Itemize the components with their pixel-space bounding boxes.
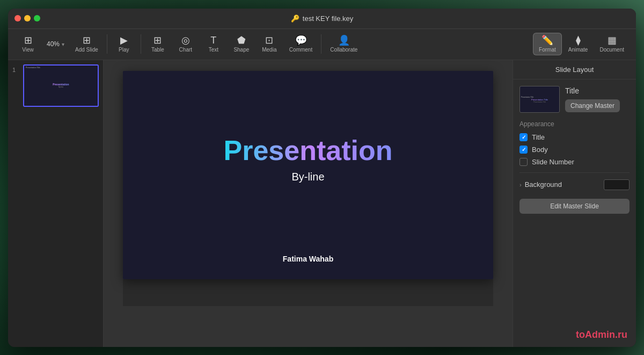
- slide-byline: By-line: [291, 171, 324, 183]
- panel-section-title: Slide Layout: [513, 60, 636, 79]
- collaborate-label: Collaborate: [330, 47, 357, 53]
- slide-thumbnail[interactable]: Presentation Title Presentation By-line: [23, 64, 99, 107]
- text-icon: T: [210, 35, 216, 45]
- media-button[interactable]: ⊡ Media: [256, 33, 283, 55]
- view-button[interactable]: ⊞ View: [14, 33, 41, 55]
- add-slide-icon: ⊞: [83, 35, 91, 45]
- collaborate-button[interactable]: 👤 Collaborate: [325, 33, 363, 55]
- close-button[interactable]: [14, 15, 21, 21]
- add-slide-label: Add Slide: [75, 47, 98, 53]
- text-label: Text: [209, 47, 218, 53]
- slide-author: Fatima Wahab: [283, 255, 333, 263]
- file-icon: 🔑: [291, 15, 299, 23]
- body-checkbox-label: Body: [532, 146, 548, 154]
- toolbar-separator-1: [107, 34, 107, 54]
- toolbar-separator-3: [321, 34, 321, 54]
- view-icon: ⊞: [24, 35, 32, 45]
- document-icon: ▦: [608, 35, 617, 45]
- animate-button[interactable]: ⧫ Animate: [563, 33, 594, 55]
- zoom-control[interactable]: 40% ▾: [42, 38, 69, 50]
- title-checkbox-label: Title: [532, 133, 545, 141]
- canvas-bottom: [123, 279, 493, 306]
- play-label: Play: [119, 47, 129, 53]
- appearance-title: Appearance: [519, 120, 630, 128]
- master-name: Title: [565, 86, 620, 95]
- maximize-button[interactable]: [34, 15, 40, 21]
- background-swatch[interactable]: [604, 179, 630, 190]
- animate-label: Animate: [568, 47, 588, 53]
- canvas-area: Presentation By-line Fatima Wahab: [104, 60, 513, 347]
- play-icon: ▶: [120, 35, 128, 45]
- master-thumbnail: Presentation Title Presentation Title Pr…: [519, 86, 560, 113]
- edit-master-button[interactable]: Edit Master Slide: [519, 199, 630, 214]
- thumbnail-subtitle: By-line: [58, 86, 63, 88]
- right-panel: Slide Layout Presentation Title Presenta…: [513, 60, 636, 347]
- comment-label: Comment: [289, 47, 312, 53]
- play-button[interactable]: ▶ Play: [111, 33, 137, 55]
- shape-button[interactable]: ⬟ Shape: [228, 33, 255, 55]
- appearance-section: Appearance Title Body Slide Number: [519, 120, 630, 166]
- add-slide-button[interactable]: ⊞ Add Slide: [70, 33, 104, 55]
- format-button[interactable]: ✏️ Format: [533, 33, 562, 55]
- media-icon: ⊡: [265, 35, 273, 45]
- view-label: View: [22, 47, 34, 53]
- zoom-value: 40%: [47, 40, 60, 48]
- titlebar: 🔑 test KEY file.key: [8, 9, 636, 29]
- minimize-button[interactable]: [24, 15, 31, 21]
- animate-icon: ⧫: [576, 35, 581, 45]
- toolbar-separator-2: [141, 34, 141, 54]
- collaborate-icon: 👤: [338, 35, 350, 45]
- document-button[interactable]: ▦ Document: [594, 33, 630, 55]
- chart-button[interactable]: ◎ Chart: [172, 33, 199, 55]
- change-master-button[interactable]: Change Master: [565, 99, 620, 112]
- filename-label: test KEY file.key: [303, 15, 353, 23]
- window-title: 🔑 test KEY file.key: [291, 15, 353, 23]
- zoom-chevron-icon: ▾: [62, 41, 64, 47]
- comment-icon: 💬: [295, 35, 307, 45]
- content-area: 1 Presentation Title Presentation By-lin…: [8, 60, 636, 347]
- background-label: Background: [525, 180, 562, 189]
- toolbar-right: ✏️ Format ⧫ Animate ▦ Document: [533, 33, 630, 55]
- table-icon: ⊞: [153, 35, 162, 45]
- thumbnail-label: Presentation Title: [26, 67, 40, 69]
- text-button[interactable]: T Text: [200, 33, 227, 55]
- shape-label: Shape: [233, 47, 249, 53]
- divider: [519, 172, 630, 173]
- slide-panel: 1 Presentation Title Presentation By-lin…: [8, 60, 104, 347]
- slide-canvas[interactable]: Presentation By-line Fatima Wahab: [123, 71, 493, 279]
- comment-button[interactable]: 💬 Comment: [284, 33, 318, 55]
- slide-title: Presentation: [224, 134, 393, 166]
- watermark: toAdmin.ru: [576, 329, 627, 340]
- body-checkbox-item[interactable]: Body: [519, 146, 630, 154]
- table-button[interactable]: ⊞ Table: [144, 33, 171, 55]
- toolbar: ⊞ View 40% ▾ ⊞ Add Slide ▶ Play ⊞ Table …: [8, 29, 636, 60]
- slide-number-checkbox-label: Slide Number: [532, 158, 574, 166]
- slide-number: 1: [12, 64, 20, 73]
- media-label: Media: [262, 47, 276, 53]
- master-thumb-sub: Presentation Title: [533, 101, 546, 103]
- chart-label: Chart: [179, 47, 192, 53]
- table-label: Table: [151, 47, 164, 53]
- format-label: Format: [539, 47, 556, 53]
- panel-content: Presentation Title Presentation Title Pr…: [513, 79, 636, 347]
- master-preview: Presentation Title Presentation Title Pr…: [519, 86, 630, 113]
- slide-thumbnail-container: 1 Presentation Title Presentation By-lin…: [12, 64, 99, 107]
- chart-icon: ◎: [181, 35, 190, 45]
- format-icon: ✏️: [541, 35, 553, 45]
- document-label: Document: [599, 47, 624, 53]
- shape-icon: ⬟: [237, 35, 246, 45]
- background-row[interactable]: › Background: [519, 179, 630, 190]
- traffic-lights: [14, 15, 40, 21]
- master-info: Title Change Master: [565, 86, 620, 112]
- slide-number-checkbox[interactable]: [519, 158, 528, 166]
- background-row-left: › Background: [519, 180, 562, 189]
- main-window: 🔑 test KEY file.key ⊞ View 40% ▾ ⊞ Add S…: [8, 9, 636, 347]
- title-checkbox-item[interactable]: Title: [519, 133, 630, 141]
- chevron-right-icon: ›: [519, 182, 522, 188]
- slide-number-checkbox-item[interactable]: Slide Number: [519, 158, 630, 166]
- title-checkbox[interactable]: [519, 133, 528, 141]
- body-checkbox[interactable]: [519, 146, 528, 154]
